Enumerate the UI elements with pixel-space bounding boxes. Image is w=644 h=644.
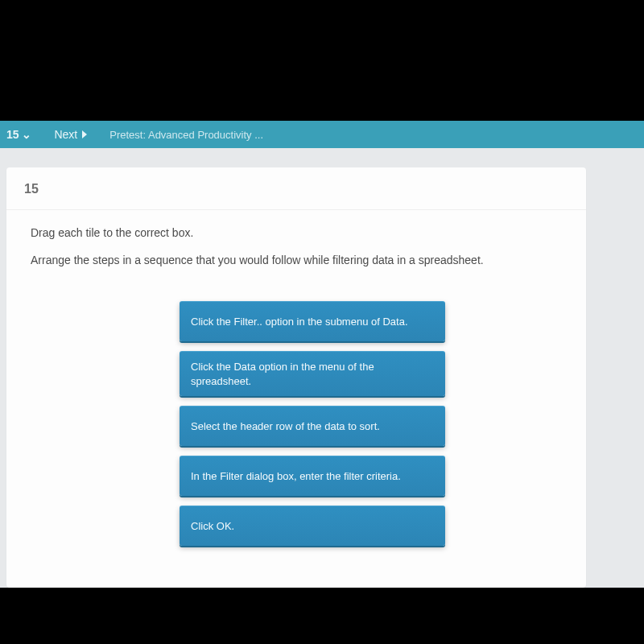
drag-tile[interactable]: Click the Data option in the menu of the… <box>180 351 445 396</box>
question-prompt: Arrange the steps in a sequence that you… <box>31 252 562 270</box>
drag-tile[interactable]: Select the header row of the data to sor… <box>180 406 445 446</box>
drag-tile[interactable]: Click OK. <box>180 506 445 546</box>
question-body: Drag each tile to the correct box. Arran… <box>6 210 586 570</box>
question-card: 15 Drag each tile to the correct box. Ar… <box>6 167 586 588</box>
page-area: 15 Drag each tile to the correct box. Ar… <box>0 148 644 588</box>
letterbox-top <box>0 0 644 121</box>
letterbox-bottom <box>0 588 644 644</box>
question-number: 15 <box>6 167 586 210</box>
assessment-title: Pretest: Advanced Productivity ... <box>109 129 263 141</box>
drag-tile[interactable]: Click the Filter.. option in the submenu… <box>180 301 445 341</box>
drag-tile[interactable]: In the Filter dialog box, enter the filt… <box>180 456 445 496</box>
question-instruction: Drag each tile to the correct box. <box>31 225 562 242</box>
next-button[interactable]: Next <box>54 128 87 141</box>
nav-bar: 15 ⌄ Next Pretest: Advanced Productivity… <box>0 121 644 148</box>
chevron-right-icon <box>82 130 87 138</box>
next-label: Next <box>54 128 77 141</box>
question-counter[interactable]: 15 ⌄ <box>6 128 31 141</box>
tile-list: Click the Filter.. option in the submenu… <box>31 301 562 546</box>
